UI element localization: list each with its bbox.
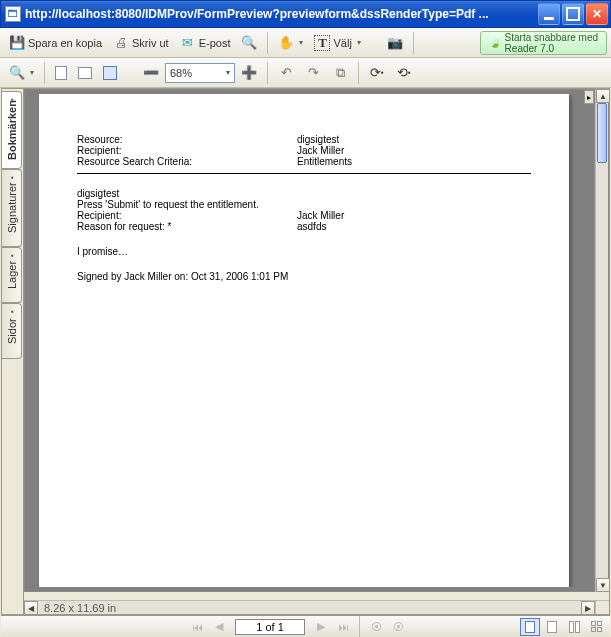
recipient-value: Jack Miller <box>297 145 344 156</box>
page-indicator-text: 1 of 1 <box>256 621 284 633</box>
scroll-left-button[interactable]: ◀ <box>24 601 38 615</box>
facing-view-button[interactable] <box>564 618 584 636</box>
tab-layers-label: Lager <box>6 261 18 289</box>
snapshot-tool-button[interactable]: 📷 <box>382 31 408 55</box>
print-label: Skriv ut <box>132 37 169 49</box>
pin-icon <box>10 251 18 259</box>
status-bar: ⏮ ◀ 1 of 1 ▶ ⏭ ⦿ ⦿ <box>1 615 610 637</box>
page-indicator-field[interactable]: 1 of 1 <box>235 619 305 635</box>
first-page-button[interactable]: ⏮ <box>187 618 207 636</box>
header-row-criteria: Resource Search Criteria: Entitlements <box>77 156 531 167</box>
scroll-up-button[interactable]: ▲ <box>596 89 610 103</box>
recipient-label: Recipient: <box>77 145 297 156</box>
save-copy-label: Spara en kopia <box>28 37 102 49</box>
continuous-view-button[interactable] <box>542 618 562 636</box>
hand-tool-button[interactable]: ✋ ▾ <box>273 31 308 55</box>
resource-value: digsigtest <box>297 134 339 145</box>
scroll-right-button[interactable]: ▶ <box>581 601 595 615</box>
undo-button[interactable]: ↶ <box>273 61 299 85</box>
header-row-resource: Resource: digsigtest <box>77 134 531 145</box>
promise-text: I promise… <box>77 246 531 257</box>
print-button[interactable]: 🖨 Skriv ut <box>108 31 174 55</box>
window-title: http://localhost:8080/IDMProv/FormPrevie… <box>25 7 538 21</box>
separator <box>359 616 360 638</box>
header-row-recipient: Recipient: Jack Miller <box>77 145 531 156</box>
vertical-scrollbar[interactable]: ▲ ▼ <box>595 89 609 592</box>
facing-icon <box>569 621 580 633</box>
minimize-button[interactable] <box>538 3 560 25</box>
plus-icon: ➕ <box>241 65 257 81</box>
rotate-cw-button[interactable]: ⟳▪ <box>364 61 390 85</box>
rotate-ccw-icon: ⟲▪ <box>396 65 412 81</box>
tab-bookmarks[interactable]: Bokmärken <box>2 91 22 169</box>
select-tool-label: Välj <box>333 37 351 49</box>
divider <box>77 173 531 174</box>
hscroll-track[interactable] <box>38 601 581 614</box>
close-button[interactable] <box>586 3 608 25</box>
tab-layers[interactable]: Lager <box>2 247 22 303</box>
toolbar-secondary: 🔍 ▾ ➖ 68% ▾ ➕ ↶ ↷ ⧉ ⟳▪ ⟲▪ <box>0 58 611 88</box>
window-controls <box>538 3 608 25</box>
body-recipient-label: Recipient: <box>77 210 297 221</box>
page-fit-icon <box>103 66 117 80</box>
zoom-level-field[interactable]: 68% ▾ <box>165 63 235 83</box>
rotate-cw-icon: ⟳▪ <box>369 65 385 81</box>
signed-text: Signed by Jack Miller on: Oct 31, 2006 1… <box>77 271 531 282</box>
email-button[interactable]: ✉ E-post <box>175 31 236 55</box>
body-row-recipient: Recipient: Jack Miller <box>77 210 531 221</box>
back-view-button[interactable]: ⦿ <box>366 618 386 636</box>
prev-page-button[interactable]: ◀ <box>209 618 229 636</box>
redo-button[interactable]: ↷ <box>300 61 326 85</box>
zoom-in-button[interactable]: ➕ <box>236 61 262 85</box>
zoom-level-value: 68% <box>170 67 192 79</box>
document-viewport[interactable]: ▸ Resource: digsigtest Recipient: Jack M… <box>24 89 595 592</box>
next-page-button[interactable]: ▶ <box>311 618 331 636</box>
hand-icon: ✋ <box>278 35 294 51</box>
chevron-down-icon: ▾ <box>357 38 361 47</box>
separator <box>358 62 359 84</box>
reason-value: asdfds <box>297 221 326 232</box>
maximize-button[interactable] <box>562 3 584 25</box>
undo-icon: ↶ <box>278 65 294 81</box>
copy-button[interactable]: ⧉ <box>327 61 353 85</box>
select-tool-button[interactable]: T Välj ▾ <box>309 31 365 55</box>
separator <box>371 32 377 54</box>
save-copy-button[interactable]: 💾 Spara en kopia <box>4 31 107 55</box>
single-page-button[interactable] <box>50 61 72 85</box>
zoom-in-marquee-button[interactable]: 🔍 ▾ <box>4 61 39 85</box>
pdf-page: Resource: digsigtest Recipient: Jack Mil… <box>39 94 569 587</box>
text-select-icon: T <box>314 35 330 51</box>
scroll-corner <box>595 600 609 614</box>
tab-pages[interactable]: Sidor <box>2 303 22 359</box>
zoom-out-button[interactable]: ➖ <box>138 61 164 85</box>
scroll-track[interactable] <box>596 103 608 578</box>
continuous-facing-view-button[interactable] <box>586 618 606 636</box>
chevron-down-icon: ▾ <box>30 68 34 77</box>
tab-signatures[interactable]: Signaturer <box>2 169 22 247</box>
separator <box>44 62 45 84</box>
last-page-button[interactable]: ⏭ <box>333 618 353 636</box>
envelope-icon: ✉ <box>180 35 196 51</box>
scroll-down-button[interactable]: ▼ <box>596 578 610 592</box>
separator <box>267 62 268 84</box>
toolbar-primary: 💾 Spara en kopia 🖨 Skriv ut ✉ E-post 🔍 ✋… <box>0 28 611 58</box>
fit-page-button[interactable] <box>98 61 122 85</box>
floppy-icon: 💾 <box>9 35 25 51</box>
page-container: Resource: digsigtest Recipient: Jack Mil… <box>29 94 590 587</box>
fit-width-button[interactable] <box>73 61 97 85</box>
pin-icon <box>10 307 18 315</box>
search-button[interactable]: 🔍 <box>236 31 262 55</box>
form-instruction: Press 'Submit' to request the entitlemen… <box>77 199 531 210</box>
rotate-ccw-button[interactable]: ⟲▪ <box>391 61 417 85</box>
forward-view-button[interactable]: ⦿ <box>388 618 408 636</box>
single-page-view-button[interactable] <box>520 618 540 636</box>
continuous-facing-icon <box>591 621 602 632</box>
resource-label: Resource: <box>77 134 297 145</box>
scroll-thumb[interactable] <box>597 103 607 163</box>
document-frame: Bokmärken Signaturer Lager Sidor ▸ Resou… <box>1 88 610 615</box>
minus-icon: ➖ <box>143 65 159 81</box>
reader-promo[interactable]: 🍃 Starta snabbare med Reader 7.0 <box>480 31 607 55</box>
horizontal-scrollbar[interactable]: ◀ 8.26 x 11.69 in ▶ <box>24 600 595 614</box>
criteria-label: Resource Search Criteria: <box>77 156 297 167</box>
chevron-down-icon: ▾ <box>226 68 230 77</box>
